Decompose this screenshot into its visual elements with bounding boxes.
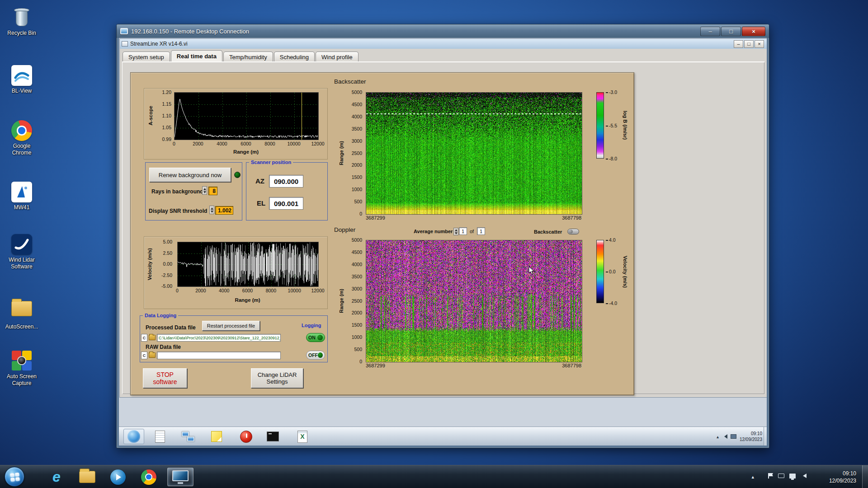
tick-label: 2000	[195, 288, 206, 293]
tab-system-setup[interactable]: System setup	[123, 52, 170, 62]
doppler-colorbar-label: Velocity (m/s)	[622, 240, 629, 303]
renew-background-button[interactable]: Renew background now	[149, 168, 231, 182]
rays-spinner[interactable]	[202, 186, 207, 195]
processed-path-field[interactable]: C:\LidarA\Data\Proc\2023\202309\20230912…	[157, 334, 281, 342]
desktop-icon-label: Auto Screen Capture	[3, 373, 41, 387]
tab-temp-humidity[interactable]: Temp/humidity	[223, 52, 273, 62]
desktop-icon-wind-lidar[interactable]: Wind Lidar Software	[3, 234, 41, 270]
taskbar-chrome[interactable]	[136, 468, 162, 486]
power-button-icon	[240, 431, 252, 443]
velocity-y-ticks: 5.002.500.00-2.50-5.00	[154, 242, 173, 286]
host-clock[interactable]: 09:10 12/09/2023	[829, 470, 856, 484]
snr-value-field[interactable]: 1.002	[215, 206, 233, 215]
tab-wind-profile[interactable]: Wind profile	[316, 52, 359, 62]
desktop-icon-bl-view[interactable]: BL-View	[3, 65, 41, 94]
raw-path-field[interactable]	[157, 352, 281, 359]
rdp-window-title: 192.168.0.150 - Remote Desktop Connectio…	[131, 28, 249, 35]
wind-lidar-icon	[11, 234, 32, 255]
remote-taskbar-browser[interactable]	[123, 429, 144, 444]
scanner-position-title: Scanner position	[249, 160, 293, 165]
processed-browse-folder-icon[interactable]	[149, 335, 156, 340]
tab-scheduling[interactable]: Scheduling	[274, 52, 315, 62]
doppler-heatmap-canvas	[366, 240, 582, 362]
tick-label: 8000	[264, 141, 275, 146]
tick-label: -8.0	[606, 156, 617, 161]
processed-drive-badge[interactable]: C	[141, 334, 147, 342]
raw-browse-folder-icon[interactable]	[149, 352, 156, 358]
tick-label: 4.0	[606, 237, 616, 243]
az-value-field[interactable]: 090.000	[269, 175, 303, 188]
average-number-spinner[interactable]	[453, 228, 458, 235]
rays-value-field[interactable]: 8	[208, 187, 217, 195]
remote-taskbar-power[interactable]	[236, 429, 256, 444]
taskbar-internet-explorer[interactable]: e	[43, 468, 70, 486]
app-maximize-button[interactable]: □	[744, 40, 754, 48]
app-close-button[interactable]: ×	[755, 40, 764, 48]
backscatter-toggle-switch[interactable]	[567, 229, 579, 235]
app-minimize-button[interactable]: –	[734, 40, 743, 48]
taskbar-media-player[interactable]	[105, 468, 131, 486]
app-titlebar[interactable]: StreamLine XR v14-6.vi – □ ×	[120, 39, 767, 49]
desktop-icon-mw41[interactable]: MW41	[3, 182, 41, 211]
remote-taskbar-cmd[interactable]	[262, 429, 283, 444]
tick-label: 0.99	[162, 136, 171, 142]
raw-drive-badge[interactable]: C	[141, 352, 147, 359]
folder-icon	[11, 301, 32, 322]
change-lidar-settings-button[interactable]: Change LiDAR Settings	[251, 368, 303, 388]
stop-software-button[interactable]: STOP software	[143, 368, 187, 388]
rdp-maximize-button[interactable]: □	[721, 27, 741, 36]
average-total-field[interactable]: 1	[477, 227, 485, 235]
raw-logging-toggle[interactable]: OFF	[306, 351, 325, 360]
tick-label: -4.0	[606, 300, 617, 306]
tick-label: 2500	[352, 298, 362, 304]
show-desktop-button[interactable]	[862, 465, 868, 488]
remote-taskbar-spreadsheet[interactable]: X	[292, 429, 313, 444]
tick-label: 1500	[352, 322, 362, 328]
tray-chevron-up-icon[interactable]: ▴	[751, 474, 754, 480]
scanner-position-box	[246, 162, 328, 221]
rdp-close-button[interactable]: ×	[742, 27, 765, 36]
remote-taskbar-network[interactable]	[178, 429, 198, 444]
el-label: EL	[257, 199, 265, 207]
volume-icon[interactable]	[801, 474, 807, 478]
remote-taskbar-notepad[interactable]	[150, 429, 170, 444]
tick-label: 12000	[311, 141, 324, 146]
desktop-icon-autoscreen[interactable]: AutoScreen...	[3, 297, 41, 330]
remote-show-desktop-button[interactable]	[764, 427, 767, 446]
tick-label: 1000	[352, 187, 362, 192]
tick-label: 0.00	[163, 261, 172, 267]
chevron-up-icon[interactable]: ▴	[717, 434, 719, 439]
taskbar-remote-desktop[interactable]	[167, 468, 193, 486]
tab-real-time-data[interactable]: Real time data	[171, 50, 222, 61]
desktop-icon-auto-screen-capture[interactable]: Auto Screen Capture	[3, 351, 41, 387]
el-value-field[interactable]: 090.001	[269, 197, 303, 210]
remote-taskbar-sticky-notes[interactable]	[206, 429, 227, 444]
start-button[interactable]	[5, 467, 24, 487]
rdp-minimize-button[interactable]: –	[700, 27, 720, 36]
processed-logging-toggle[interactable]: ON	[306, 333, 325, 342]
average-number-field[interactable]: 1	[459, 227, 467, 235]
backscatter-toggle-label: Backscatter	[534, 229, 562, 235]
input-indicator-icon[interactable]	[778, 474, 784, 478]
desktop-icon-google-chrome[interactable]: Google Chrome	[3, 120, 41, 156]
desktop-icon-recycle-bin[interactable]: Recycle Bin	[3, 7, 41, 37]
restart-processed-file-button[interactable]: Restart processed file	[202, 321, 260, 331]
tick-label: 1500	[352, 174, 362, 180]
rdp-titlebar[interactable]: 192.168.0.150 - Remote Desktop Connectio…	[117, 24, 769, 38]
volume-icon[interactable]	[722, 434, 727, 439]
network-icon[interactable]	[731, 434, 736, 439]
folder-icon	[79, 471, 95, 483]
az-label: AZ	[255, 177, 264, 185]
action-center-flag-icon[interactable]	[768, 473, 773, 479]
mouse-cursor	[528, 266, 535, 275]
desktop-icon-label: Wind Lidar Software	[3, 257, 41, 270]
snr-spinner[interactable]	[209, 206, 214, 214]
app-title: StreamLine XR v14-6.vi	[130, 41, 188, 47]
doppler-y-axis-label: Range (m)	[338, 240, 345, 361]
remote-clock[interactable]: 09:10 12/09/2023	[740, 431, 762, 442]
tick-label: 8000	[266, 288, 276, 293]
taskbar-explorer[interactable]	[74, 468, 100, 486]
network-icon[interactable]	[789, 474, 796, 479]
backscatter-heatmap-canvas	[366, 92, 582, 215]
tick-label: 0	[359, 359, 362, 364]
